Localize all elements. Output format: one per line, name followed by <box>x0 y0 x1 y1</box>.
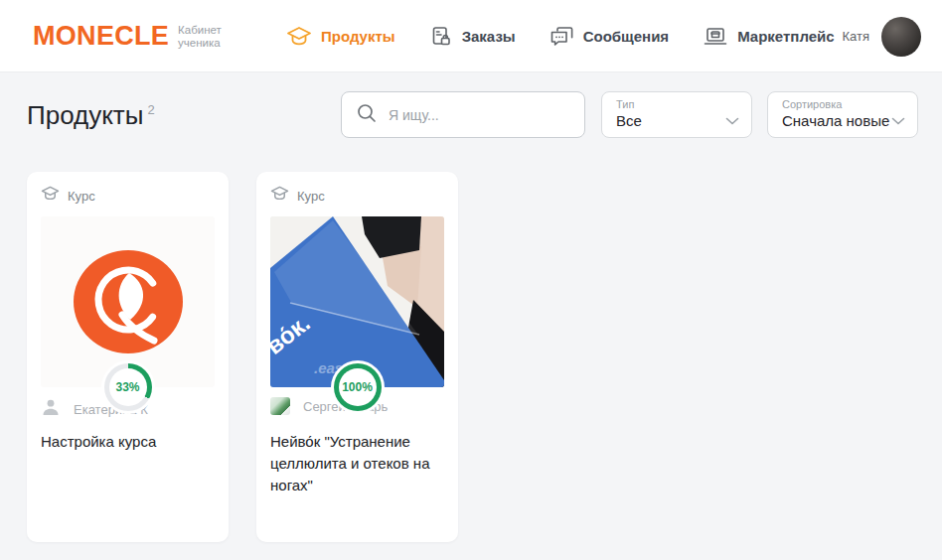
sort-label: Сортировка <box>782 98 905 110</box>
type-filter-label: Тип <box>616 98 739 110</box>
leaf-logo <box>73 249 184 354</box>
progress-value: 33% <box>109 368 147 406</box>
type-filter-dropdown[interactable]: Тип Все <box>601 91 752 138</box>
top-header: MONECLE Кабинет ученика Продукты <box>0 0 942 72</box>
card-type-label: Курс <box>68 189 95 204</box>
user-avatar[interactable] <box>881 17 921 57</box>
course-title: Настройка курса <box>41 431 215 453</box>
user-menu[interactable]: Катя <box>842 0 921 72</box>
progress-badge: 100% <box>331 360 385 414</box>
chevron-down-icon <box>891 111 905 129</box>
progress-badge: 33% <box>101 360 155 414</box>
products-count-badge: 2 <box>147 102 154 117</box>
chevron-down-icon <box>725 111 739 129</box>
product-card-nastroyka-kursa[interactable]: Курс 33% Екатерина К Настройка курса <box>27 172 229 542</box>
nav-item-marketplace[interactable]: Маркетплейс <box>703 25 834 49</box>
course-title: Нейво́к "Устранение целлюлита и отеков н… <box>270 431 444 496</box>
sort-dropdown[interactable]: Сортировка Сначала новые <box>767 91 918 138</box>
product-card-neivok[interactable]: Курс во́к. .easydin. 100% Сергей Оларь Н… <box>256 172 458 542</box>
nav-item-products[interactable]: Продукты <box>286 26 395 48</box>
nav-label-products: Продукты <box>321 28 395 45</box>
nav-item-messages[interactable]: Сообщения <box>550 26 669 48</box>
sort-value: Сначала новые <box>782 112 889 129</box>
page-title: Продукты2 <box>27 100 155 131</box>
nav-label-orders: Заказы <box>462 28 516 45</box>
messages-icon <box>550 26 574 48</box>
type-filter-value: Все <box>616 112 642 129</box>
card-type-row: Курс <box>41 186 215 206</box>
orders-icon <box>429 25 453 49</box>
brand-logo: MONECLE <box>33 21 169 52</box>
progress-value: 100% <box>339 368 377 406</box>
main-nav: Продукты Заказы <box>286 0 835 72</box>
nav-label-messages: Сообщения <box>583 28 669 45</box>
person-icon <box>41 397 61 421</box>
search-input[interactable] <box>389 107 570 123</box>
graduation-cap-icon <box>41 186 60 206</box>
card-type-row: Курс <box>270 186 444 206</box>
card-type-label: Курс <box>297 189 325 204</box>
graduation-cap-icon <box>286 26 312 48</box>
search-icon <box>356 102 378 128</box>
graduation-cap-icon <box>270 186 289 206</box>
user-name: Катя <box>842 29 869 44</box>
brand[interactable]: MONECLE Кабинет ученика <box>33 21 222 52</box>
search-box <box>341 91 585 138</box>
author-avatar <box>270 397 290 415</box>
brand-subtitle: Кабинет ученика <box>178 24 222 50</box>
marketplace-icon <box>703 25 728 49</box>
nav-label-marketplace: Маркетплейс <box>737 28 834 45</box>
nav-item-orders[interactable]: Заказы <box>429 25 516 49</box>
